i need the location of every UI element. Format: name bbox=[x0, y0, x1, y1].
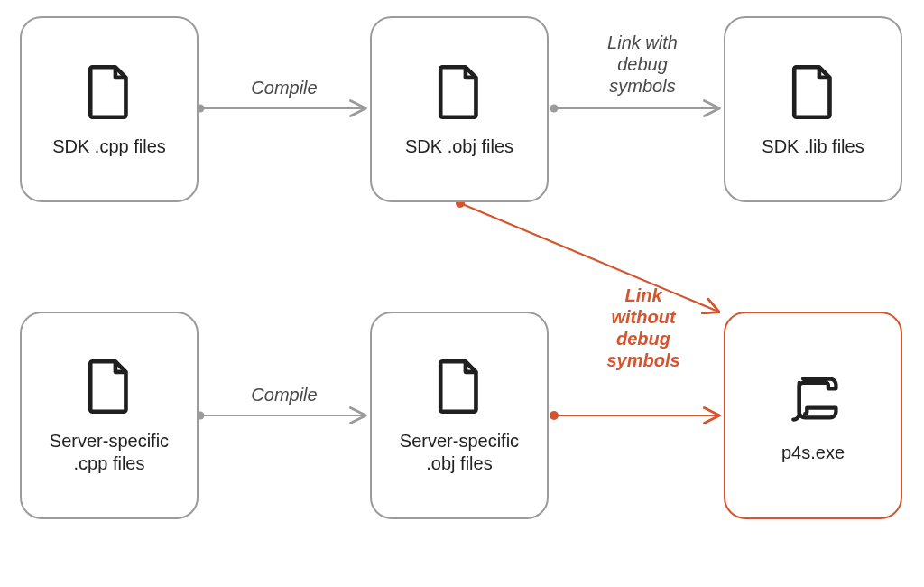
script-icon bbox=[790, 371, 836, 425]
node-srv-cpp: Server-specific.cpp files bbox=[20, 312, 199, 519]
file-icon bbox=[86, 359, 133, 414]
node-label: p4s.exe bbox=[781, 442, 845, 464]
node-p4s-exe: p4s.exe bbox=[724, 312, 902, 519]
file-icon bbox=[436, 65, 483, 119]
file-icon bbox=[790, 65, 836, 119]
file-icon bbox=[436, 359, 483, 414]
node-srv-obj: Server-specific.obj files bbox=[370, 312, 549, 519]
edge-label-compile-2: Compile bbox=[239, 384, 329, 405]
edge-label-link-nodebug: Linkwithoutdebugsymbols bbox=[594, 284, 693, 371]
node-label: Server-specific.cpp files bbox=[50, 430, 169, 475]
node-sdk-obj: SDK .obj files bbox=[370, 16, 549, 202]
node-label: Server-specific.obj files bbox=[400, 430, 519, 475]
node-label: SDK .lib files bbox=[762, 135, 864, 158]
edge-label-link-debug: Link withdebugsymbols bbox=[588, 32, 697, 97]
node-sdk-cpp: SDK .cpp files bbox=[20, 16, 199, 202]
node-label: SDK .cpp files bbox=[52, 135, 166, 158]
node-sdk-lib: SDK .lib files bbox=[724, 16, 902, 202]
edge-label-compile-1: Compile bbox=[239, 77, 329, 98]
node-label: SDK .obj files bbox=[405, 135, 513, 158]
svg-point-2 bbox=[550, 105, 559, 113]
svg-point-8 bbox=[550, 411, 559, 420]
file-icon bbox=[86, 65, 133, 119]
